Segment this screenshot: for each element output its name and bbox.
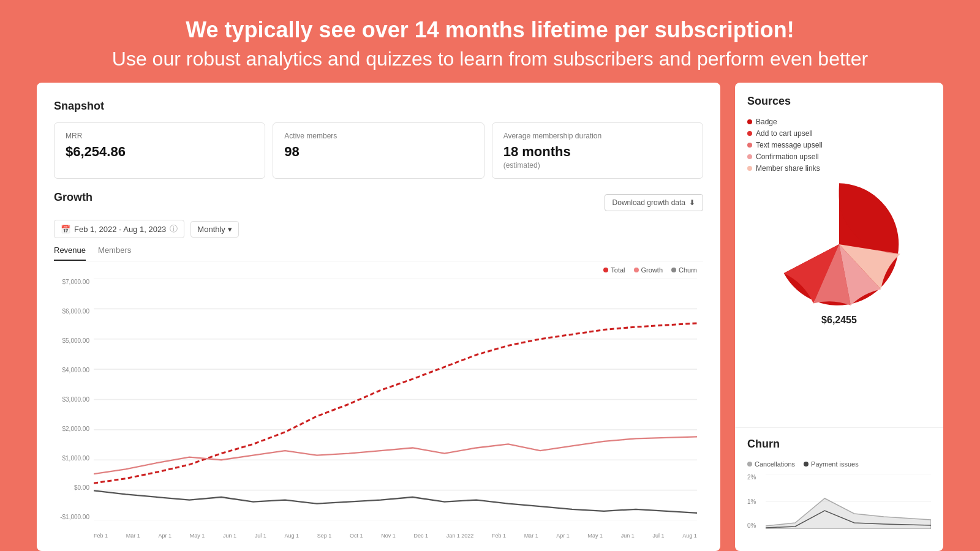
cancellations-label: Cancellations <box>755 460 795 468</box>
x-label-aug22: Aug 1 <box>682 533 697 539</box>
chart-tabs: Revenue Members <box>54 246 703 261</box>
period-select[interactable]: Monthly ▾ <box>190 221 239 238</box>
x-axis: Feb 1 Mar 1 Apr 1 May 1 Jun 1 Jul 1 Aug … <box>94 533 697 539</box>
date-filter: 📅 Feb 1, 2022 - Aug 1, 2023 ⓘ Monthly ▾ <box>54 220 703 238</box>
growth-header: Growth Download growth data ⬇ <box>54 191 703 214</box>
churn-y-axis: 2% 1% 0% <box>747 474 764 529</box>
churn-legend: Cancellations Payment issues <box>747 460 931 468</box>
churn-cancellations-legend: Cancellations <box>747 460 795 468</box>
panels-row: Snapshot MRR $6,254.86 Active members 98… <box>0 83 980 551</box>
tab-revenue[interactable]: Revenue <box>54 246 86 261</box>
legend-growth: Growth <box>634 266 663 274</box>
legend-churn-label: Churn <box>679 266 697 274</box>
avg-duration-value: 18 months <box>503 144 692 160</box>
legend-growth-label: Growth <box>641 266 663 274</box>
churn-title: Churn <box>747 438 931 451</box>
revenue-chart: Total Growth Churn $7,000.00 $6,000.00 $… <box>54 266 703 539</box>
legend-churn: Churn <box>671 266 697 274</box>
x-label-jan2022: Jan 1 2022 <box>447 533 474 539</box>
date-range-picker[interactable]: 📅 Feb 1, 2022 - Aug 1, 2023 ⓘ <box>54 220 184 238</box>
badge-dot <box>747 119 752 124</box>
x-label-may1: May 1 <box>190 533 205 539</box>
payment-issues-label: Payment issues <box>811 460 859 468</box>
avg-duration-label: Average membership duration <box>503 132 692 140</box>
active-members-value: 98 <box>284 144 472 160</box>
x-label-apr22: Apr 1 <box>556 533 570 539</box>
hero-line1: We typically see over 14 months lifetime… <box>112 17 868 43</box>
chart-svg <box>94 279 697 520</box>
source-badge: Badge <box>747 118 931 126</box>
y-label-3000: $3,000.00 <box>54 396 92 403</box>
x-label-aug1: Aug 1 <box>284 533 299 539</box>
add-to-cart-label: Add to cart upsell <box>756 129 813 138</box>
x-label-dec1: Dec 1 <box>413 533 428 539</box>
x-label-jul22: Jul 1 <box>653 533 665 539</box>
calendar-icon: 📅 <box>61 225 70 234</box>
active-members-label: Active members <box>284 132 472 140</box>
y-label-1000: $1,000.00 <box>54 455 92 462</box>
x-label-mar22: Mar 1 <box>524 533 538 539</box>
pie-total-value: $6,2455 <box>821 315 857 326</box>
info-icon: ⓘ <box>170 223 178 234</box>
tab-members[interactable]: Members <box>98 246 131 261</box>
source-member-share: Member share links <box>747 164 931 173</box>
download-icon: ⬇ <box>689 198 695 207</box>
mrr-label: MRR <box>66 132 254 140</box>
hero-line2: Use our robust analytics and quizzes to … <box>112 48 868 70</box>
legend-total-label: Total <box>611 266 625 274</box>
chevron-down-icon: ▾ <box>228 225 232 234</box>
source-add-to-cart: Add to cart upsell <box>747 129 931 138</box>
y-axis: $7,000.00 $6,000.00 $5,000.00 $4,000.00 … <box>54 279 92 520</box>
hero-section: We typically see over 14 months lifetime… <box>75 0 905 83</box>
churn-y-0pct: 0% <box>747 522 764 529</box>
churn-y-1pct: 1% <box>747 498 764 505</box>
left-panel: Snapshot MRR $6,254.86 Active members 98… <box>37 83 720 551</box>
text-msg-dot <box>747 143 752 148</box>
snapshot-cards: MRR $6,254.86 Active members 98 Average … <box>54 122 703 179</box>
period-label: Monthly <box>197 225 225 234</box>
x-label-jun1: Jun 1 <box>223 533 236 539</box>
x-label-apr1: Apr 1 <box>158 533 172 539</box>
member-share-dot <box>747 166 752 171</box>
x-label-mar1: Mar 1 <box>126 533 140 539</box>
avg-duration-sub: (estimated) <box>503 161 692 170</box>
churn-dot <box>671 268 676 272</box>
y-label-6000: $6,000.00 <box>54 308 92 315</box>
x-label-feb22: Feb 1 <box>492 533 506 539</box>
sources-title: Sources <box>747 95 931 108</box>
cancellations-dot <box>747 462 752 467</box>
y-label-7000: $7,000.00 <box>54 279 92 285</box>
churn-payment-legend: Payment issues <box>804 460 859 468</box>
member-share-label: Member share links <box>756 164 820 173</box>
confirmation-dot <box>747 154 752 159</box>
active-members-card: Active members 98 <box>273 122 484 179</box>
source-text-msg: Text message upsell <box>747 141 931 149</box>
snapshot-title: Snapshot <box>54 100 703 113</box>
y-label-0: $0.00 <box>54 484 92 491</box>
x-label-oct1: Oct 1 <box>350 533 363 539</box>
mrr-card: MRR $6,254.86 <box>54 122 265 179</box>
y-label-5000: $5,000.00 <box>54 337 92 344</box>
churn-y-2pct: 2% <box>747 474 764 481</box>
badge-label: Badge <box>756 118 777 126</box>
growth-dot <box>634 268 639 272</box>
download-label: Download growth data <box>612 198 685 207</box>
x-label-sep1: Sep 1 <box>317 533 332 539</box>
y-label-2000: $2,000.00 <box>54 425 92 432</box>
add-to-cart-dot <box>747 131 752 136</box>
sources-legend: Badge Add to cart upsell Text message up… <box>747 118 931 173</box>
sources-panel: Sources Badge Add to cart upsell Text me… <box>735 83 943 428</box>
total-dot <box>603 268 608 272</box>
payment-issues-dot <box>804 462 809 467</box>
x-label-jul1: Jul 1 <box>255 533 266 539</box>
x-label-feb1: Feb 1 <box>94 533 108 539</box>
download-button[interactable]: Download growth data ⬇ <box>605 194 703 211</box>
churn-svg <box>766 474 931 529</box>
y-label-neg1000: -$1,000.00 <box>54 514 92 520</box>
confirmation-label: Confirmation upsell <box>756 152 819 161</box>
y-label-4000: $4,000.00 <box>54 367 92 373</box>
date-range-text: Feb 1, 2022 - Aug 1, 2023 <box>74 225 166 234</box>
pie-chart-svg <box>775 180 903 309</box>
chart-legend: Total Growth Churn <box>603 266 697 274</box>
text-msg-label: Text message upsell <box>756 141 823 149</box>
